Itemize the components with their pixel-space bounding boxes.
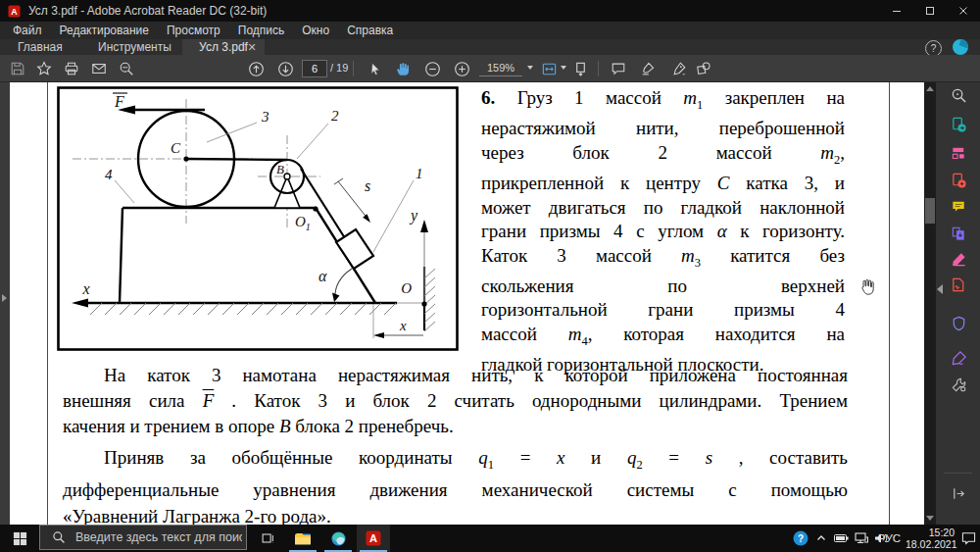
maximize-button[interactable] bbox=[913, 0, 947, 22]
save-button[interactable] bbox=[6, 59, 29, 78]
expand-pane-icon bbox=[951, 485, 967, 502]
acrobat-taskbar-button[interactable]: A bbox=[357, 525, 390, 552]
search-input[interactable] bbox=[74, 529, 244, 545]
zoom-dropdown-icon[interactable] bbox=[527, 66, 533, 70]
page-number-input[interactable]: 6 bbox=[302, 60, 327, 77]
zoom-in-button[interactable] bbox=[450, 59, 473, 78]
text-line: внешняя сила F . Каток 3 и блок 2 считат… bbox=[63, 388, 848, 414]
avatar[interactable] bbox=[953, 39, 968, 55]
shield-icon bbox=[951, 316, 967, 332]
export-pdf-button[interactable] bbox=[950, 116, 967, 133]
text-line: Каток 3 массой m3 катится без bbox=[481, 244, 845, 275]
menu-edit[interactable]: Редактирование bbox=[51, 24, 158, 37]
create-pdf-button[interactable] bbox=[950, 172, 967, 189]
menu-bar: Файл Редактирование Просмотр Подпись Окн… bbox=[0, 22, 980, 39]
page-scroll-button[interactable] bbox=[568, 59, 592, 78]
combine-files-button[interactable] bbox=[950, 225, 967, 242]
hand-cursor bbox=[858, 277, 876, 297]
text-line: дифференциальные уравнения движения меха… bbox=[63, 477, 848, 504]
text-line: Приняв за обобщённые координаты q1 = x и… bbox=[63, 445, 848, 477]
select-tool-button[interactable] bbox=[363, 59, 386, 78]
menu-view[interactable]: Просмотр bbox=[158, 24, 229, 37]
label-number-2: 2 bbox=[331, 108, 339, 124]
hand-tool-button[interactable] bbox=[391, 59, 415, 78]
scroll-up-icon[interactable] bbox=[926, 86, 934, 91]
thread-c-to-pulley bbox=[186, 159, 287, 160]
star-button[interactable] bbox=[32, 59, 56, 78]
tray-help-button[interactable]: ? bbox=[790, 525, 811, 552]
expand-nav-icon[interactable] bbox=[2, 294, 7, 302]
tab-close-icon[interactable]: ✕ bbox=[245, 40, 259, 54]
tab-home[interactable]: Главная bbox=[18, 39, 63, 55]
menu-window[interactable]: Окно bbox=[293, 24, 338, 37]
organize-pages-button[interactable] bbox=[950, 144, 967, 162]
comment-tool-button[interactable] bbox=[607, 59, 630, 78]
more-tools-button[interactable] bbox=[950, 376, 967, 393]
taskbar-search-box[interactable] bbox=[39, 525, 247, 550]
fit-dropdown-icon[interactable] bbox=[561, 66, 566, 70]
find-button[interactable] bbox=[115, 59, 138, 78]
expand-pane-button[interactable] bbox=[950, 484, 967, 502]
tray-chevron-button[interactable] bbox=[812, 525, 830, 552]
title-bar: A Усл 3.pdf - Adobe Acrobat Reader DC (3… bbox=[0, 0, 980, 22]
menu-help[interactable]: Справка bbox=[338, 24, 402, 37]
fit-width-button[interactable] bbox=[537, 59, 561, 78]
zoom-level-input[interactable]: 159% bbox=[479, 60, 522, 76]
task-view-button[interactable] bbox=[251, 525, 284, 552]
clock-date: 18.02.2021 bbox=[906, 538, 955, 550]
previous-page-button[interactable] bbox=[244, 59, 268, 78]
request-signatures-button[interactable] bbox=[950, 276, 967, 294]
highlight-tool-button[interactable] bbox=[636, 59, 660, 78]
edge-icon bbox=[330, 530, 347, 547]
scrollbar-thumb[interactable] bbox=[925, 198, 935, 224]
zoom-out-button[interactable] bbox=[420, 59, 444, 78]
print-button[interactable] bbox=[60, 59, 83, 78]
combine-files-icon bbox=[951, 226, 967, 242]
language-indicator[interactable]: РУС bbox=[878, 525, 901, 552]
tab-tools[interactable]: Инструменты bbox=[98, 39, 172, 55]
battery-indicator[interactable] bbox=[830, 525, 852, 552]
collapse-panel-icon[interactable] bbox=[937, 284, 943, 294]
create-pdf-icon bbox=[951, 173, 967, 189]
file-explorer-button[interactable] bbox=[286, 525, 319, 552]
menu-file[interactable]: Файл bbox=[4, 24, 51, 37]
paragraph-lagrange-task: Приняв за обобщённые координаты q1 = x и… bbox=[63, 445, 848, 529]
comment-panel-button[interactable] bbox=[950, 198, 967, 216]
minimize-icon bbox=[892, 6, 902, 16]
label-point-b: B bbox=[276, 162, 284, 176]
text-line: грани призмы 4 с углом α к горизонту. bbox=[481, 220, 845, 244]
search-tool-button[interactable] bbox=[950, 86, 967, 104]
action-center-button[interactable] bbox=[956, 525, 980, 552]
fill-sign-button[interactable] bbox=[950, 349, 967, 367]
menu-sign[interactable]: Подпись bbox=[229, 24, 294, 37]
left-nav-collapsed[interactable] bbox=[0, 82, 10, 525]
next-page-button[interactable] bbox=[273, 59, 297, 78]
scroll-down-icon[interactable] bbox=[926, 516, 934, 521]
fit-width-icon bbox=[541, 61, 558, 77]
table-border-left bbox=[47, 82, 48, 525]
figure-frame bbox=[59, 88, 458, 350]
text-line: прикрепленной к центру C катка 3, и bbox=[481, 172, 845, 196]
network-indicator[interactable] bbox=[852, 525, 871, 552]
vertical-scrollbar[interactable] bbox=[924, 82, 936, 525]
start-button[interactable] bbox=[0, 525, 39, 552]
text-line: 6. Груз 1 массой m1 закреплен на bbox=[481, 86, 845, 117]
panel-divider bbox=[944, 473, 972, 474]
tab-bar: Главная Инструменты Усл 3.pdf ✕ ? bbox=[0, 39, 980, 55]
clock[interactable]: 15:20 18.02.2021 bbox=[906, 527, 955, 550]
minimize-button[interactable] bbox=[880, 0, 913, 22]
windows-logo-icon bbox=[13, 531, 27, 546]
shapes-tool-button[interactable] bbox=[692, 59, 715, 78]
maximize-icon bbox=[925, 6, 935, 16]
close-button[interactable] bbox=[947, 0, 980, 22]
label-axis-x: x bbox=[81, 280, 89, 297]
edge-button[interactable] bbox=[321, 525, 355, 552]
protect-pdf-button[interactable] bbox=[950, 315, 967, 332]
organize-pages-icon bbox=[951, 145, 967, 162]
sign-tool-button[interactable] bbox=[667, 59, 691, 78]
label-s: s bbox=[365, 177, 370, 194]
chevron-up-icon bbox=[816, 533, 826, 543]
clock-time: 15:20 bbox=[906, 527, 955, 538]
edit-pdf-button[interactable] bbox=[950, 250, 967, 268]
email-button[interactable] bbox=[87, 59, 111, 78]
